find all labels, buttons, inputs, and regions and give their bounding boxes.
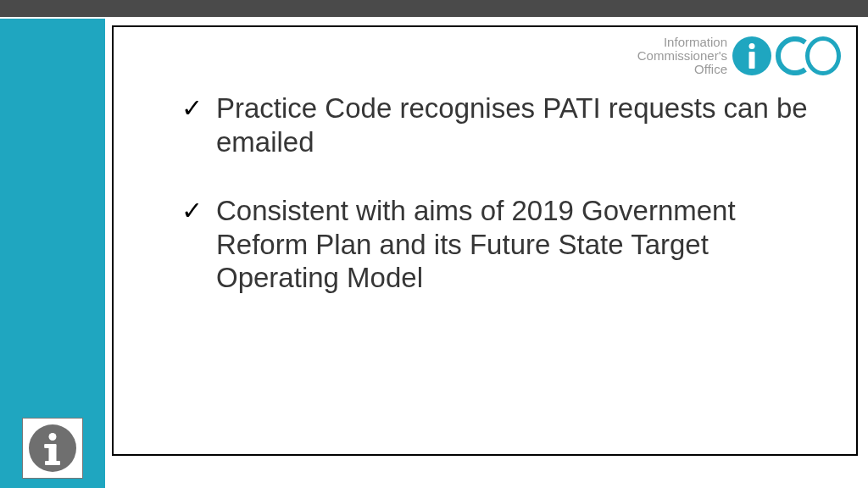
bullet-text: Practice Code recognises PATI requests c… (216, 92, 831, 158)
info-icon (29, 424, 76, 472)
bullet-list: ✓ Practice Code recognises PATI requests… (181, 92, 831, 330)
logo-line-2: Commissioner's (637, 49, 727, 63)
logo-o-icon (805, 36, 841, 75)
list-item: ✓ Consistent with aims of 2019 Governmen… (181, 194, 831, 295)
check-icon: ✓ (181, 196, 203, 295)
logo-line-1: Information (637, 36, 727, 49)
content-frame: Information Commissioner's Office ✓ Pr (112, 25, 858, 456)
logo-mark (732, 36, 841, 75)
check-icon: ✓ (181, 93, 203, 158)
bullet-text: Consistent with aims of 2019 Government … (216, 194, 831, 295)
logo-text: Information Commissioner's Office (637, 36, 727, 75)
logo-c-icon (773, 36, 807, 75)
info-badge (22, 418, 83, 479)
slide: Information Commissioner's Office ✓ Pr (0, 0, 868, 488)
list-item: ✓ Practice Code recognises PATI requests… (181, 92, 831, 158)
top-bar (0, 0, 868, 17)
logo-line-3: Office (637, 63, 727, 76)
logo-i-icon (732, 36, 771, 75)
ico-logo: Information Commissioner's Office (637, 36, 841, 75)
